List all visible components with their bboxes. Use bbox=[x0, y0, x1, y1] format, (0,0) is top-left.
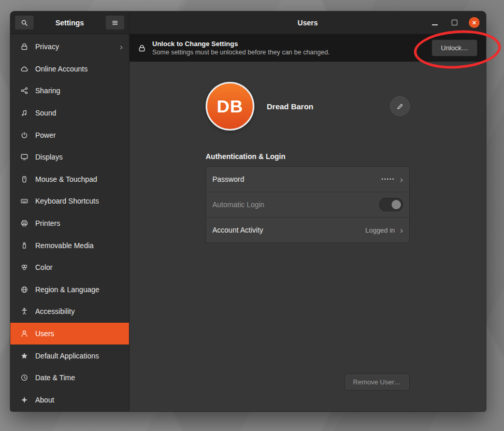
automatic-login-row: Automatic Login bbox=[206, 192, 409, 218]
avatar: DB bbox=[206, 82, 254, 131]
row-end: Logged in › bbox=[365, 226, 403, 235]
sidebar-item-label: Privacy bbox=[35, 42, 59, 51]
about-icon bbox=[20, 396, 28, 404]
menu-button[interactable] bbox=[105, 15, 125, 30]
sidebar-title: Settings bbox=[37, 19, 102, 27]
sidebar-item-label: Keyboard Shortcuts bbox=[35, 197, 99, 205]
mouse-icon bbox=[20, 175, 28, 183]
sidebar-item-label: Removable Media bbox=[35, 241, 94, 250]
sidebar-item-default-applications[interactable]: Default Applications bbox=[10, 344, 129, 367]
content-titlebar: Users × bbox=[129, 11, 486, 34]
content-body: DB Dread Baron Authentication & Login Pa… bbox=[129, 62, 486, 411]
row-label: Account Activity bbox=[212, 226, 263, 234]
search-button[interactable] bbox=[15, 15, 34, 30]
sidebar-item-online-accounts[interactable]: Online Accounts bbox=[10, 58, 129, 80]
sidebar-item-label: About bbox=[35, 396, 54, 404]
sidebar-item-label: Mouse & Touchpad bbox=[35, 175, 97, 183]
users-icon bbox=[20, 329, 28, 338]
color-icon bbox=[20, 263, 28, 271]
sidebar-item-date-time[interactable]: Date & Time bbox=[10, 367, 129, 389]
edit-name-button[interactable] bbox=[390, 96, 410, 116]
sidebar-item-mouse-touchpad[interactable]: Mouse & Touchpad bbox=[10, 168, 129, 191]
hamburger-menu-icon bbox=[111, 19, 119, 26]
star-icon bbox=[20, 352, 28, 360]
sidebar-item-label: Default Applications bbox=[35, 352, 99, 360]
sound-icon bbox=[20, 109, 28, 117]
unlock-banner: Unlock to Change Settings Some settings … bbox=[129, 34, 486, 62]
sidebar-titlebar: Settings bbox=[10, 11, 129, 34]
sidebar-item-accessibility[interactable]: Accessibility bbox=[10, 300, 129, 323]
sidebar-item-privacy[interactable]: Privacy› bbox=[10, 36, 129, 58]
sidebar-item-label: Sharing bbox=[35, 87, 60, 95]
keyboard-icon bbox=[20, 197, 28, 205]
lock-icon bbox=[138, 44, 146, 52]
sidebar-item-label: Sound bbox=[35, 109, 56, 117]
close-button[interactable]: × bbox=[469, 17, 480, 28]
banner-text: Unlock to Change Settings Some settings … bbox=[152, 40, 330, 56]
sidebar-item-sharing[interactable]: Sharing bbox=[10, 80, 129, 102]
sidebar-item-power[interactable]: Power bbox=[10, 124, 129, 146]
content-area: Unlock to Change Settings Some settings … bbox=[129, 34, 486, 411]
minimize-button[interactable] bbox=[429, 17, 440, 28]
sidebar-item-label: Accessibility bbox=[35, 307, 75, 315]
accessibility-icon bbox=[20, 307, 28, 315]
window-controls: × bbox=[429, 17, 480, 28]
user-name: Dread Baron bbox=[267, 102, 313, 111]
row-label: Password bbox=[212, 175, 244, 183]
unlock-button[interactable]: Unlock… bbox=[431, 39, 478, 56]
pencil-icon bbox=[396, 103, 404, 110]
cloud-icon bbox=[20, 65, 28, 73]
sidebar-item-label: Users bbox=[35, 329, 54, 338]
maximize-icon bbox=[452, 20, 457, 25]
sidebar-item-keyboard-shortcuts[interactable]: Keyboard Shortcuts bbox=[10, 190, 129, 212]
chevron-right-icon: › bbox=[400, 175, 403, 184]
desktop-background: Settings Users × Privacy›Online Accounts… bbox=[0, 0, 504, 431]
sidebar-item-label: Online Accounts bbox=[35, 65, 88, 73]
sidebar-item-about[interactable]: About bbox=[10, 389, 129, 411]
password-dots: ••••• bbox=[382, 177, 395, 182]
sidebar-item-label: Color bbox=[35, 263, 52, 271]
banner-subtitle: Some settings must be unlocked before th… bbox=[152, 49, 330, 56]
sidebar-item-label: Region & Language bbox=[35, 285, 99, 294]
sidebar-item-removable-media[interactable]: Removable Media bbox=[10, 234, 129, 256]
sidebar-item-sound[interactable]: Sound bbox=[10, 102, 129, 124]
center-column: DB Dread Baron Authentication & Login Pa… bbox=[206, 82, 410, 391]
chevron-right-icon: › bbox=[400, 226, 403, 235]
sidebar-item-label: Date & Time bbox=[35, 373, 75, 382]
share-icon bbox=[20, 87, 28, 95]
globe-icon bbox=[20, 285, 28, 294]
section-heading: Authentication & Login bbox=[206, 152, 410, 161]
sidebar-item-label: Printers bbox=[35, 219, 60, 227]
account-activity-row[interactable]: Account Activity Logged in › bbox=[206, 218, 409, 242]
automatic-login-toggle[interactable] bbox=[379, 198, 403, 211]
search-icon bbox=[20, 19, 28, 27]
auth-card: Password ••••• › Automatic Login bbox=[206, 166, 410, 243]
profile-row: DB Dread Baron bbox=[206, 82, 410, 131]
chevron-right-icon: › bbox=[120, 42, 123, 51]
remove-user-button[interactable]: Remove User… bbox=[344, 373, 410, 391]
account-activity-value: Logged in bbox=[365, 226, 395, 234]
close-icon: × bbox=[472, 19, 477, 26]
sidebar-item-color[interactable]: Color bbox=[10, 256, 129, 279]
sidebar-item-users[interactable]: Users bbox=[10, 323, 129, 345]
banner-title: Unlock to Change Settings bbox=[152, 40, 330, 48]
password-row[interactable]: Password ••••• › bbox=[206, 167, 409, 192]
spacer bbox=[206, 243, 410, 373]
maximize-button[interactable] bbox=[449, 17, 460, 28]
sidebar-item-label: Displays bbox=[35, 153, 63, 161]
sidebar-item-displays[interactable]: Displays bbox=[10, 146, 129, 168]
power-icon bbox=[20, 131, 28, 139]
sidebar-list: Privacy›Online AccountsSharingSoundPower… bbox=[10, 34, 129, 411]
sidebar-item-label: Power bbox=[35, 131, 56, 139]
toggle-knob bbox=[392, 200, 401, 209]
sidebar-item-region-language[interactable]: Region & Language bbox=[10, 279, 129, 301]
lock-icon bbox=[20, 42, 28, 51]
printer-icon bbox=[20, 219, 28, 227]
removable-media-icon bbox=[20, 241, 28, 250]
row-end: ••••• › bbox=[382, 175, 403, 184]
settings-window: Settings Users × Privacy›Online Accounts… bbox=[10, 11, 486, 411]
minimize-icon bbox=[432, 24, 438, 25]
display-icon bbox=[20, 153, 28, 161]
sidebar-item-printers[interactable]: Printers bbox=[10, 212, 129, 235]
row-end bbox=[379, 198, 403, 211]
